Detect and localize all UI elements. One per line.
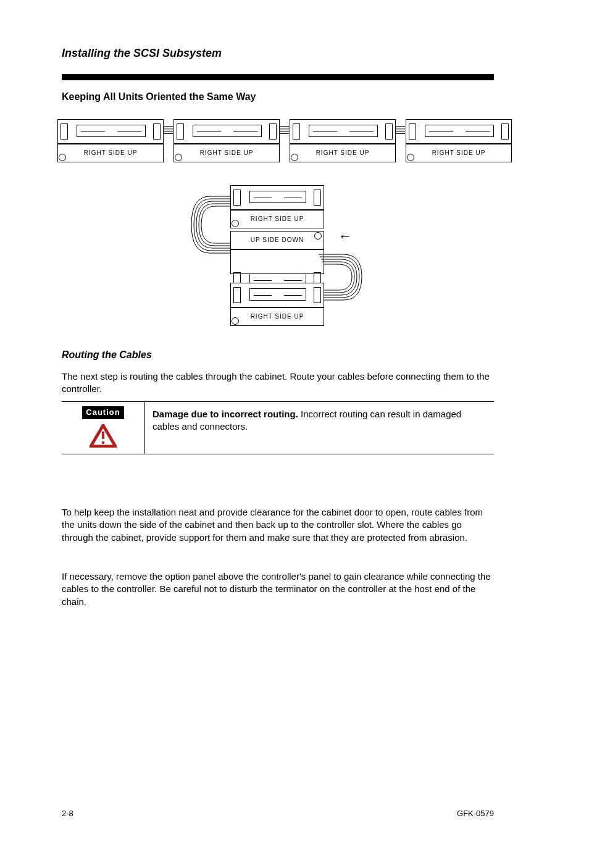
caution-box: Caution Damage due to incorrect routing.… xyxy=(62,401,494,454)
unit-label: RIGHT SIDE UP xyxy=(290,144,396,162)
cable-fold-right xyxy=(319,249,368,323)
scsi-unit: RIGHT SIDE UP xyxy=(290,119,395,162)
caution-badge: Caution xyxy=(82,406,123,419)
svg-point-2 xyxy=(102,441,104,444)
warning-icon xyxy=(90,424,117,448)
unit-label: UP SIDE DOWN xyxy=(230,231,324,249)
cable xyxy=(395,126,405,136)
chapter-heading: Installing the SCSI Subsystem xyxy=(62,47,222,60)
unit-label: RIGHT SIDE UP xyxy=(173,144,280,162)
scsi-unit: RIGHT SIDE UP xyxy=(230,185,323,228)
unit-label: RIGHT SIDE UP xyxy=(57,144,164,162)
cable xyxy=(163,126,173,136)
arrow-indicator: ← xyxy=(338,228,352,244)
scsi-unit: RIGHT SIDE UP xyxy=(57,119,162,162)
scsi-unit-flipped: UP SIDE DOWN xyxy=(230,231,323,274)
page-number: 2-8 xyxy=(62,809,73,818)
unit-label: RIGHT SIDE UP xyxy=(230,307,324,326)
unit-label: RIGHT SIDE UP xyxy=(406,144,512,162)
scsi-unit: RIGHT SIDE UP xyxy=(230,283,323,326)
scsi-unit: RIGHT SIDE UP xyxy=(173,119,278,162)
rule-top xyxy=(62,74,494,80)
cable xyxy=(279,126,289,136)
routing-intro: The next step is routing the cables thro… xyxy=(62,370,494,396)
routing-para-2: If necessary, remove the option panel ab… xyxy=(62,570,494,608)
section-title: Keeping All Units Oriented the Same Way xyxy=(62,91,256,102)
scsi-unit: RIGHT SIDE UP xyxy=(406,119,511,162)
caution-head: Damage due to incorrect routing. xyxy=(152,409,298,419)
page-footer: 2-8 GFK-0579 xyxy=(62,809,494,818)
doc-id: GFK-0579 xyxy=(457,809,494,818)
cable-fold-left xyxy=(185,191,235,265)
routing-heading: Routing the Cables xyxy=(62,349,152,361)
routing-para-1: To help keep the installation neat and p… xyxy=(62,506,494,544)
unit-label: RIGHT SIDE UP xyxy=(230,210,324,228)
